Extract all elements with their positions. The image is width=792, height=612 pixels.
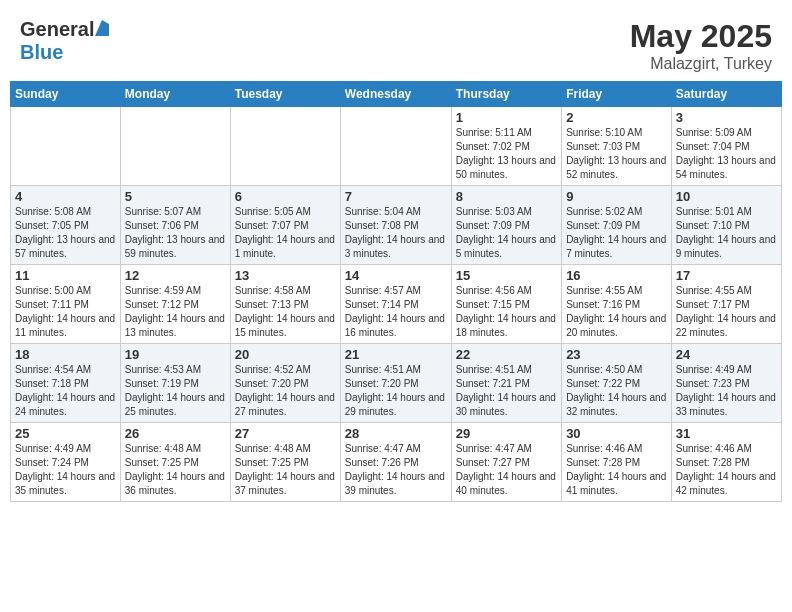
svg-marker-0 <box>95 20 109 36</box>
calendar-week-row: 11 Sunrise: 5:00 AMSunset: 7:11 PMDaylig… <box>11 265 782 344</box>
day-info: Sunrise: 4:47 AMSunset: 7:27 PMDaylight:… <box>456 443 556 496</box>
calendar-cell: 25 Sunrise: 4:49 AMSunset: 7:24 PMDaylig… <box>11 423 121 502</box>
calendar-cell: 30 Sunrise: 4:46 AMSunset: 7:28 PMDaylig… <box>562 423 672 502</box>
day-info: Sunrise: 4:50 AMSunset: 7:22 PMDaylight:… <box>566 364 666 417</box>
day-info: Sunrise: 5:01 AMSunset: 7:10 PMDaylight:… <box>676 206 776 259</box>
day-info: Sunrise: 4:59 AMSunset: 7:12 PMDaylight:… <box>125 285 225 338</box>
day-number: 21 <box>345 347 447 362</box>
weekday-header-row: SundayMondayTuesdayWednesdayThursdayFrid… <box>11 82 782 107</box>
calendar-cell: 16 Sunrise: 4:55 AMSunset: 7:16 PMDaylig… <box>562 265 672 344</box>
calendar-cell: 3 Sunrise: 5:09 AMSunset: 7:04 PMDayligh… <box>671 107 781 186</box>
calendar-cell <box>120 107 230 186</box>
weekday-header: Friday <box>562 82 672 107</box>
calendar-cell <box>230 107 340 186</box>
weekday-header: Wednesday <box>340 82 451 107</box>
calendar-cell: 15 Sunrise: 4:56 AMSunset: 7:15 PMDaylig… <box>451 265 561 344</box>
day-number: 28 <box>345 426 447 441</box>
weekday-header: Monday <box>120 82 230 107</box>
calendar-cell: 8 Sunrise: 5:03 AMSunset: 7:09 PMDayligh… <box>451 186 561 265</box>
calendar-cell: 9 Sunrise: 5:02 AMSunset: 7:09 PMDayligh… <box>562 186 672 265</box>
calendar-cell: 4 Sunrise: 5:08 AMSunset: 7:05 PMDayligh… <box>11 186 121 265</box>
day-info: Sunrise: 4:51 AMSunset: 7:20 PMDaylight:… <box>345 364 445 417</box>
day-number: 29 <box>456 426 557 441</box>
logo-icon <box>95 20 109 40</box>
day-number: 1 <box>456 110 557 125</box>
day-number: 25 <box>15 426 116 441</box>
day-number: 16 <box>566 268 667 283</box>
calendar-table: SundayMondayTuesdayWednesdayThursdayFrid… <box>10 81 782 502</box>
day-number: 17 <box>676 268 777 283</box>
day-number: 9 <box>566 189 667 204</box>
calendar-cell: 24 Sunrise: 4:49 AMSunset: 7:23 PMDaylig… <box>671 344 781 423</box>
calendar-cell: 27 Sunrise: 4:48 AMSunset: 7:25 PMDaylig… <box>230 423 340 502</box>
calendar-cell <box>11 107 121 186</box>
calendar-cell: 6 Sunrise: 5:05 AMSunset: 7:07 PMDayligh… <box>230 186 340 265</box>
weekday-header: Tuesday <box>230 82 340 107</box>
calendar-cell: 29 Sunrise: 4:47 AMSunset: 7:27 PMDaylig… <box>451 423 561 502</box>
day-number: 27 <box>235 426 336 441</box>
day-number: 23 <box>566 347 667 362</box>
calendar-cell: 20 Sunrise: 4:52 AMSunset: 7:20 PMDaylig… <box>230 344 340 423</box>
day-info: Sunrise: 4:55 AMSunset: 7:16 PMDaylight:… <box>566 285 666 338</box>
calendar-cell: 12 Sunrise: 4:59 AMSunset: 7:12 PMDaylig… <box>120 265 230 344</box>
calendar-cell: 13 Sunrise: 4:58 AMSunset: 7:13 PMDaylig… <box>230 265 340 344</box>
day-number: 7 <box>345 189 447 204</box>
day-info: Sunrise: 4:48 AMSunset: 7:25 PMDaylight:… <box>125 443 225 496</box>
day-number: 13 <box>235 268 336 283</box>
day-number: 20 <box>235 347 336 362</box>
day-info: Sunrise: 5:11 AMSunset: 7:02 PMDaylight:… <box>456 127 556 180</box>
day-info: Sunrise: 4:58 AMSunset: 7:13 PMDaylight:… <box>235 285 335 338</box>
day-info: Sunrise: 4:54 AMSunset: 7:18 PMDaylight:… <box>15 364 115 417</box>
weekday-header: Saturday <box>671 82 781 107</box>
day-number: 18 <box>15 347 116 362</box>
day-info: Sunrise: 5:05 AMSunset: 7:07 PMDaylight:… <box>235 206 335 259</box>
day-info: Sunrise: 4:56 AMSunset: 7:15 PMDaylight:… <box>456 285 556 338</box>
calendar-cell: 7 Sunrise: 5:04 AMSunset: 7:08 PMDayligh… <box>340 186 451 265</box>
day-info: Sunrise: 4:46 AMSunset: 7:28 PMDaylight:… <box>566 443 666 496</box>
day-number: 12 <box>125 268 226 283</box>
calendar-cell <box>340 107 451 186</box>
calendar-cell: 1 Sunrise: 5:11 AMSunset: 7:02 PMDayligh… <box>451 107 561 186</box>
calendar-cell: 18 Sunrise: 4:54 AMSunset: 7:18 PMDaylig… <box>11 344 121 423</box>
day-info: Sunrise: 5:03 AMSunset: 7:09 PMDaylight:… <box>456 206 556 259</box>
day-info: Sunrise: 4:49 AMSunset: 7:24 PMDaylight:… <box>15 443 115 496</box>
day-number: 5 <box>125 189 226 204</box>
day-number: 30 <box>566 426 667 441</box>
day-number: 24 <box>676 347 777 362</box>
calendar-cell: 31 Sunrise: 4:46 AMSunset: 7:28 PMDaylig… <box>671 423 781 502</box>
day-number: 22 <box>456 347 557 362</box>
calendar-cell: 19 Sunrise: 4:53 AMSunset: 7:19 PMDaylig… <box>120 344 230 423</box>
day-info: Sunrise: 4:46 AMSunset: 7:28 PMDaylight:… <box>676 443 776 496</box>
weekday-header: Thursday <box>451 82 561 107</box>
day-info: Sunrise: 5:07 AMSunset: 7:06 PMDaylight:… <box>125 206 225 259</box>
calendar-cell: 21 Sunrise: 4:51 AMSunset: 7:20 PMDaylig… <box>340 344 451 423</box>
calendar-cell: 10 Sunrise: 5:01 AMSunset: 7:10 PMDaylig… <box>671 186 781 265</box>
calendar-week-row: 18 Sunrise: 4:54 AMSunset: 7:18 PMDaylig… <box>11 344 782 423</box>
calendar-cell: 17 Sunrise: 4:55 AMSunset: 7:17 PMDaylig… <box>671 265 781 344</box>
page-header: General Blue May 2025 Malazgirt, Turkey <box>10 10 782 77</box>
calendar-cell: 14 Sunrise: 4:57 AMSunset: 7:14 PMDaylig… <box>340 265 451 344</box>
day-number: 10 <box>676 189 777 204</box>
calendar-week-row: 1 Sunrise: 5:11 AMSunset: 7:02 PMDayligh… <box>11 107 782 186</box>
calendar-title: May 2025 Malazgirt, Turkey <box>630 18 772 73</box>
logo-blue: Blue <box>20 41 63 63</box>
calendar-cell: 5 Sunrise: 5:07 AMSunset: 7:06 PMDayligh… <box>120 186 230 265</box>
day-info: Sunrise: 4:49 AMSunset: 7:23 PMDaylight:… <box>676 364 776 417</box>
day-number: 19 <box>125 347 226 362</box>
logo: General Blue <box>20 18 110 64</box>
calendar-cell: 28 Sunrise: 4:47 AMSunset: 7:26 PMDaylig… <box>340 423 451 502</box>
day-number: 31 <box>676 426 777 441</box>
day-number: 2 <box>566 110 667 125</box>
day-info: Sunrise: 5:10 AMSunset: 7:03 PMDaylight:… <box>566 127 666 180</box>
day-info: Sunrise: 4:51 AMSunset: 7:21 PMDaylight:… <box>456 364 556 417</box>
calendar-cell: 11 Sunrise: 5:00 AMSunset: 7:11 PMDaylig… <box>11 265 121 344</box>
day-number: 3 <box>676 110 777 125</box>
day-info: Sunrise: 5:09 AMSunset: 7:04 PMDaylight:… <box>676 127 776 180</box>
day-number: 14 <box>345 268 447 283</box>
day-number: 8 <box>456 189 557 204</box>
calendar-cell: 26 Sunrise: 4:48 AMSunset: 7:25 PMDaylig… <box>120 423 230 502</box>
day-info: Sunrise: 4:48 AMSunset: 7:25 PMDaylight:… <box>235 443 335 496</box>
calendar-week-row: 4 Sunrise: 5:08 AMSunset: 7:05 PMDayligh… <box>11 186 782 265</box>
day-info: Sunrise: 4:47 AMSunset: 7:26 PMDaylight:… <box>345 443 445 496</box>
day-info: Sunrise: 5:04 AMSunset: 7:08 PMDaylight:… <box>345 206 445 259</box>
